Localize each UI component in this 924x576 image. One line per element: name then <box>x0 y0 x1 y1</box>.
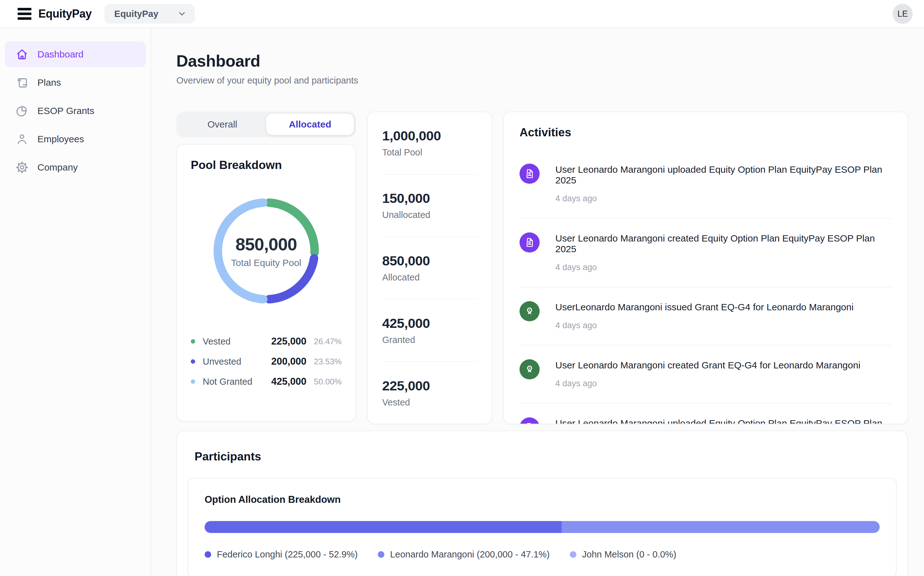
legend-item-john: John Melson (0 - 0.0%) <box>570 549 676 560</box>
activity-item[interactable]: User Leonardo Marangoni uploaded Equity … <box>520 403 892 424</box>
home-icon <box>15 48 29 61</box>
document-icon <box>520 232 540 253</box>
sidebar-item-esop-grants[interactable]: ESOP Grants <box>5 98 146 124</box>
legend-item-vested: Vested 225,000 26.47% <box>191 331 342 352</box>
gear-icon <box>15 161 29 174</box>
award-icon <box>520 359 540 379</box>
legend-dot <box>205 551 211 558</box>
legend-dot <box>570 551 576 558</box>
legend-item-not-granted: Not Granted 425,000 50.00% <box>191 371 342 392</box>
pool-breakdown-title: Pool Breakdown <box>191 158 342 172</box>
activities-title: Activities <box>520 126 892 139</box>
sidebar-item-label: ESOP Grants <box>37 106 94 116</box>
option-allocation-title: Option Allocation Breakdown <box>205 494 880 506</box>
allocation-bar <box>205 521 880 533</box>
legend-item-leonardo: Leonardo Marangoni (200,000 - 47.1%) <box>378 549 550 560</box>
tab-allocated[interactable]: Allocated <box>266 114 354 135</box>
activity-item[interactable]: User Leonardo Marangoni uploaded Equity … <box>520 150 892 218</box>
sidebar-item-label: Plans <box>37 77 61 88</box>
donut-center-label: Total Equity Pool <box>231 258 301 268</box>
sidebar-item-employees[interactable]: Employees <box>5 126 146 152</box>
sidebar: Dashboard Plans ESOP Grants Employees Co… <box>0 28 151 576</box>
pool-donut-chart: 850,000 Total Equity Pool <box>213 198 320 304</box>
activities-card: Activities User Leonardo Marangoni uploa… <box>503 112 908 424</box>
person-icon <box>15 133 29 146</box>
stat-allocated: 850,000 Allocated <box>382 237 477 299</box>
participants-card: Participants Option Allocation Breakdown… <box>176 430 908 576</box>
pool-legend: Vested 225,000 26.47% Unvested 200,000 2… <box>191 331 342 392</box>
sidebar-item-label: Dashboard <box>37 49 83 60</box>
company-selector-value: EquityPay <box>114 9 159 19</box>
document-icon <box>520 164 540 184</box>
stat-total-pool: 1,000,000 Total Pool <box>382 112 477 174</box>
scroll-icon <box>15 76 29 89</box>
sidebar-item-company[interactable]: Company <box>5 155 146 180</box>
activity-item[interactable]: User Leonardo Marangoni created Equity O… <box>520 218 892 287</box>
allocation-bar-segment <box>205 521 561 533</box>
option-allocation-card: Option Allocation Breakdown Federico Lon… <box>188 478 897 576</box>
activities-list: User Leonardo Marangoni uploaded Equity … <box>520 150 892 424</box>
legend-item-unvested: Unvested 200,000 23.53% <box>191 352 342 371</box>
allocation-legend: Federico Longhi (225,000 - 52.9%) Leonar… <box>205 549 880 560</box>
menu-icon[interactable] <box>18 8 31 20</box>
legend-dot <box>191 359 195 364</box>
page-subtitle: Overview of your equity pool and partici… <box>176 75 908 86</box>
app-header: EquityPay EquityPay LE <box>0 0 924 28</box>
activity-item[interactable]: User Leonardo Marangoni created Grant EQ… <box>520 345 892 403</box>
avatar[interactable]: LE <box>893 4 913 24</box>
sidebar-item-plans[interactable]: Plans <box>5 70 146 96</box>
view-tabs: Overall Allocated <box>176 112 356 137</box>
document-icon <box>520 418 540 424</box>
company-selector[interactable]: EquityPay <box>104 4 195 24</box>
pool-stats-card: 1,000,000 Total Pool 150,000 Unallocated… <box>367 112 492 424</box>
sidebar-item-dashboard[interactable]: Dashboard <box>5 42 146 67</box>
sidebar-item-label: Company <box>37 162 78 173</box>
legend-dot <box>191 379 195 384</box>
pie-chart-icon <box>15 104 29 117</box>
allocation-bar-segment <box>561 521 880 533</box>
chevron-down-icon <box>177 9 187 19</box>
stat-unallocated: 150,000 Unallocated <box>382 174 477 237</box>
tab-overall[interactable]: Overall <box>178 114 266 135</box>
main-content: Dashboard Overview of your equity pool a… <box>151 28 924 576</box>
pool-breakdown-card: Pool Breakdown 850,000 Total Equity Pool <box>176 144 356 422</box>
page-title: Dashboard <box>176 51 908 70</box>
donut-center-value: 850,000 <box>236 234 297 254</box>
legend-dot <box>191 339 195 344</box>
activity-item[interactable]: UserLeonardo Marangoni issued Grant EQ-G… <box>520 287 892 345</box>
participants-title: Participants <box>194 450 897 463</box>
legend-item-federico: Federico Longhi (225,000 - 52.9%) <box>205 549 358 560</box>
stat-vested: 225,000 Vested <box>382 361 477 424</box>
sidebar-item-label: Employees <box>37 134 84 144</box>
stat-granted: 425,000 Granted <box>382 299 477 361</box>
legend-dot <box>378 551 384 558</box>
app-logo: EquityPay <box>38 7 92 21</box>
award-icon <box>520 301 540 321</box>
